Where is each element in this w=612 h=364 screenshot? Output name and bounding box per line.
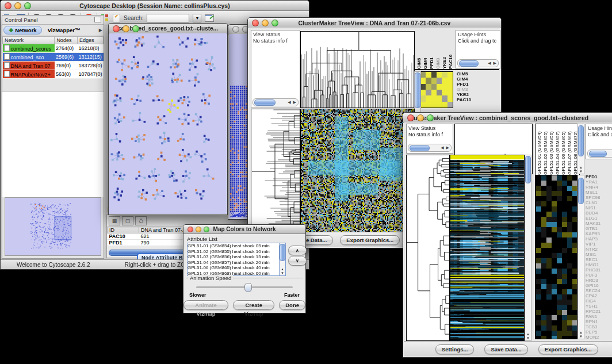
col-header-edges[interactable]: Edges xyxy=(77,37,103,44)
zoom-window-icon[interactable] xyxy=(427,114,434,121)
tv2-zoom-heatmap[interactable] xyxy=(535,175,577,339)
gene-label[interactable]: HMG1 xyxy=(586,262,600,267)
gene-label[interactable]: CLN1 xyxy=(586,200,600,205)
gene-label[interactable]: HRD3 xyxy=(586,278,600,283)
gene-label[interactable]: MON2 xyxy=(586,335,600,340)
tv2-gene-scrollbar[interactable]: ▲▼ xyxy=(577,175,584,339)
select-attributes-icon[interactable]: ▦ xyxy=(109,216,120,225)
new-attribute-icon[interactable]: ▢ xyxy=(122,216,133,225)
gene-label[interactable]: PFD1 xyxy=(586,174,600,179)
tab-scroll-right-icon[interactable]: ▶ xyxy=(99,28,102,33)
tv1-save-data-button[interactable]: Export Graphics... xyxy=(340,235,400,245)
network-window-title-bar[interactable]: combined_scores_good.txt--cluste... xyxy=(109,24,227,34)
attribute-item[interactable]: GPL51-06 (GSM865) heat shock 40 min xyxy=(188,265,280,271)
gene-label[interactable]: PAC10 xyxy=(457,97,471,102)
zoom-window-icon[interactable] xyxy=(132,25,139,32)
tv2-heatmap-scrollbar[interactable]: ▲▼ xyxy=(525,155,531,341)
tv2-labels-scrollbar[interactable]: ▲▼ xyxy=(577,124,584,174)
dialog-button[interactable]: Create Vizmap xyxy=(233,300,274,310)
gene-label[interactable]: ELG1 xyxy=(586,216,600,221)
dp-col-id[interactable]: ID xyxy=(108,227,139,233)
minimize-icon[interactable] xyxy=(262,20,269,26)
gene-label[interactable]: GTB1 xyxy=(586,226,600,231)
search-input[interactable] xyxy=(147,14,189,22)
gene-label[interactable]: BUD4 xyxy=(586,210,600,216)
tv2-save-data-button[interactable]: Save Data... xyxy=(484,344,527,354)
tv2-status-scrollbar[interactable]: ◀ ▶ xyxy=(408,144,452,152)
tab-vizmapper[interactable]: VizMapper™ xyxy=(43,26,85,34)
network-row[interactable]: DNA and Tran 07 769(0)183728(0) xyxy=(3,62,104,70)
gene-label[interactable]: MSI1 xyxy=(586,252,600,257)
tv2-export-graphics-button[interactable]: Export Graphics... xyxy=(538,344,598,354)
tv1-row-dendrogram[interactable] xyxy=(251,109,300,237)
close-icon[interactable] xyxy=(188,227,193,232)
tv2-settings-button[interactable]: Settings... xyxy=(435,344,474,354)
main-title-bar[interactable]: Cytoscape Desktop (Session Name: collins… xyxy=(1,1,309,11)
delete-attribute-icon[interactable]: ♺ xyxy=(135,216,147,225)
network-canvas[interactable] xyxy=(109,33,227,214)
gene-label[interactable]: GIM4 xyxy=(457,76,471,82)
move-up-button[interactable]: ∧ xyxy=(288,246,307,255)
window-controls[interactable] xyxy=(5,2,31,9)
attribute-item[interactable]: GPL51-03 (GSM856) heat shock 15 min xyxy=(188,254,280,260)
tv2-heatmap[interactable] xyxy=(450,155,525,341)
gene-label[interactable]: KAP95 xyxy=(586,231,600,236)
network-row[interactable]: RNAPuberNov2+ 563(0)107847(0) xyxy=(3,70,104,79)
search-dropdown-icon[interactable]: ▼ xyxy=(193,14,201,22)
gene-label[interactable]: MSL1 xyxy=(586,190,600,195)
birds-eye-view[interactable] xyxy=(5,197,101,256)
gene-label[interactable]: HAP3 xyxy=(586,236,600,242)
gene-label[interactable]: YKE2 xyxy=(457,92,471,97)
minimize-icon[interactable] xyxy=(196,227,201,232)
col-header-network[interactable]: Network xyxy=(3,37,55,44)
zoom-window-icon[interactable] xyxy=(204,227,209,232)
treeview2-title-bar[interactable]: ClusterMaker TreeView : combined_scores_… xyxy=(403,113,612,123)
gene-label[interactable]: YRA1 xyxy=(586,179,600,185)
minimize-icon[interactable] xyxy=(14,2,21,9)
tv2-row-dendrogram[interactable] xyxy=(406,155,450,341)
gene-label[interactable]: SEC24 xyxy=(586,288,600,293)
tv2-hints-scrollbar[interactable]: ◀ ▶ xyxy=(587,150,612,158)
network-row[interactable]: combined_scores 2764(0)16218(0) xyxy=(3,44,104,53)
close-icon[interactable] xyxy=(232,26,239,33)
tv1-status-scrollbar[interactable]: ◀ ▶ xyxy=(253,98,299,106)
gene-label[interactable]: SEC1 xyxy=(586,257,600,262)
gene-label[interactable]: FIG4 xyxy=(586,298,600,304)
dialog-title-bar[interactable]: Map Colors to Network xyxy=(183,225,305,234)
gene-label[interactable]: TCB3 xyxy=(586,324,600,329)
attribute-list-scrollbar[interactable]: ▲▼ xyxy=(279,243,286,276)
treeview1-title-bar[interactable]: ClusterMaker TreeView : DNA and Tran 07-… xyxy=(248,18,501,28)
gene-label[interactable]: PUF3 xyxy=(586,273,600,278)
gene-label[interactable]: NIS1 xyxy=(586,205,600,210)
tv1-correlation-matrix[interactable] xyxy=(420,71,453,108)
gene-label[interactable]: NTR2 xyxy=(586,247,600,252)
table-edit-icon[interactable] xyxy=(205,13,214,22)
minimize-icon[interactable] xyxy=(123,25,129,32)
close-icon[interactable] xyxy=(252,20,259,26)
tab-network[interactable]: ❖ Network xyxy=(3,26,42,35)
gene-label[interactable]: MAK31 xyxy=(586,221,600,226)
float-panel-icon[interactable] xyxy=(94,17,101,22)
gene-label[interactable]: RPN1 xyxy=(586,319,600,324)
close-icon[interactable] xyxy=(113,25,120,32)
gene-label[interactable]: GPI16 xyxy=(586,283,600,288)
dialog-button[interactable]: Animate Vizmap xyxy=(183,300,228,310)
close-icon[interactable] xyxy=(407,114,414,121)
attribute-item[interactable]: GPL51-02 (GSM855) heat shock 10 min xyxy=(188,249,280,255)
gene-label[interactable]: PAN1 xyxy=(586,314,600,319)
gene-label[interactable]: GIM5 xyxy=(457,71,471,76)
tv1-heatmap[interactable] xyxy=(300,109,415,237)
network-row[interactable]: combined_sco 2569(6)13112(15) xyxy=(3,53,104,62)
gene-label[interactable]: PEP5 xyxy=(586,329,600,335)
speed-slider-thumb[interactable] xyxy=(244,283,252,292)
annotation-icon[interactable] xyxy=(113,13,120,22)
gene-label[interactable]: VIP1 xyxy=(586,242,600,247)
attribute-item[interactable]: GPL51-01 (GSM854) heat shock 05 min xyxy=(188,243,280,249)
gene-label[interactable]: RNR4 xyxy=(586,185,600,190)
zoom-window-icon[interactable] xyxy=(24,2,31,9)
gene-label[interactable]: PFD1 xyxy=(457,82,471,87)
attribute-list[interactable]: GPL51-01 (GSM854) heat shock 05 minGPL51… xyxy=(187,243,280,276)
tv1-column-dendrogram[interactable] xyxy=(300,31,415,108)
minimize-icon[interactable] xyxy=(417,114,424,121)
gene-label[interactable]: RPO21 xyxy=(586,309,600,314)
